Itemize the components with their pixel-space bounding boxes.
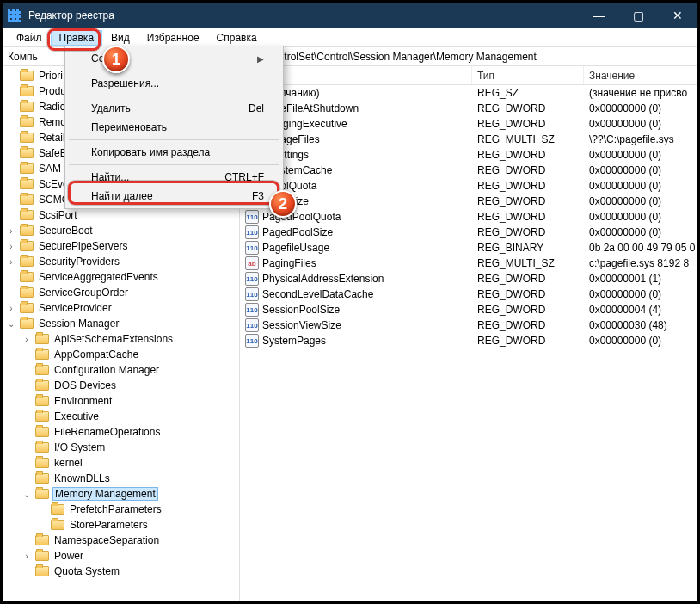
chevron-right-icon[interactable]: ›	[21, 552, 32, 561]
value-name: PagedPoolQuota	[262, 211, 341, 223]
menu-file[interactable]: Файл	[8, 30, 51, 46]
table-row[interactable]: abngPageFilesREG_MULTI_SZ\??\C:\pagefile…	[240, 132, 697, 147]
menu-find[interactable]: Найти...CTRL+F	[67, 168, 281, 187]
tree-item-label: Remo	[37, 116, 68, 128]
tree-item-label: SecurePipeServers	[37, 240, 129, 252]
tree-item[interactable]: Environment	[3, 393, 239, 409]
tree-item-label: FileRenameOperations	[52, 426, 162, 438]
table-row[interactable]: 110dPoolSizeREG_DWORD0x00000000 (0)	[240, 194, 697, 209]
table-row[interactable]: 110PagefileUsageREG_BINARY0b 2a 00 00 49…	[240, 240, 697, 256]
tree-item[interactable]: PrefetchParameters	[3, 502, 239, 517]
path-tail: ntrolSet\Control\Session Manager\Memory …	[279, 51, 537, 63]
tree-item[interactable]: ServiceGroupOrder	[3, 285, 239, 300]
binary-value-icon: 110	[245, 334, 259, 348]
binary-value-icon: 110	[245, 318, 259, 332]
value-name: SystemPages	[262, 335, 326, 347]
tree-item[interactable]: ›SecureBoot	[3, 223, 239, 238]
tree-item[interactable]: ⌄Session Manager	[3, 316, 239, 331]
close-button[interactable]: ✕	[658, 3, 697, 28]
tree-item[interactable]: ServiceAggregatedEvents	[3, 269, 239, 285]
tree-item[interactable]: ›Power	[3, 548, 239, 564]
tree-item[interactable]: StoreParameters	[3, 517, 239, 533]
tree-item[interactable]: ›SecurityProviders	[3, 254, 239, 269]
folder-icon	[20, 163, 34, 174]
tree-item[interactable]: KnownDLLs	[3, 471, 239, 486]
tree-item[interactable]: kernel	[3, 455, 239, 471]
tree-item[interactable]: ›ServiceProvider	[3, 300, 239, 316]
table-row[interactable]: 110reSettingsREG_DWORD0x00000000 (0)	[240, 147, 697, 163]
chevron-right-icon[interactable]: ›	[21, 335, 32, 344]
table-row[interactable]: 110dPoolQuotaREG_DWORD0x00000000 (0)	[240, 178, 697, 194]
edit-menu-dropdown: Создать ▶ Разрешения... УдалитьDel Переи…	[64, 46, 284, 209]
value-type: REG_DWORD	[472, 211, 584, 223]
chevron-down-icon[interactable]: ⌄	[6, 319, 16, 329]
tree-item-label: Produ	[37, 85, 68, 97]
chevron-right-icon[interactable]: ›	[6, 257, 16, 267]
folder-icon	[20, 179, 34, 189]
chevron-right-icon[interactable]: ›	[6, 242, 16, 251]
table-row[interactable]: 110eSystemCacheREG_DWORD0x00000000 (0)	[240, 163, 697, 178]
tree-item[interactable]: Executive	[3, 409, 239, 424]
chevron-down-icon[interactable]: ⌄	[21, 490, 32, 499]
menu-rename[interactable]: Переименовать	[67, 118, 281, 137]
table-row[interactable]: 110PagedPoolSizeREG_DWORD0x00000000 (0)	[240, 225, 697, 240]
chevron-right-icon[interactable]: ›	[6, 226, 16, 236]
table-row[interactable]: abумолчанию)REG_SZ(значение не присво	[240, 85, 697, 101]
value-data: \??\C:\pagefile.sys	[584, 133, 697, 145]
folder-icon	[35, 396, 49, 406]
value-data: 0x00000000 (0)	[584, 118, 697, 130]
table-row[interactable]: abPagingFilesREG_MULTI_SZc:\pagefile.sys…	[240, 256, 697, 271]
tree-item[interactable]: ›SecurePipeServers	[3, 238, 239, 254]
menu-delete[interactable]: УдалитьDel	[67, 99, 281, 118]
value-data: (значение не присво	[584, 87, 697, 99]
binary-value-icon: 110	[245, 241, 259, 255]
col-type[interactable]: Тип	[472, 66, 584, 84]
table-row[interactable]: 110PageFileAtShutdownREG_DWORD0x00000000…	[240, 101, 697, 116]
separator	[69, 139, 279, 140]
table-row[interactable]: 110SecondLevelDataCacheREG_DWORD0x000000…	[240, 287, 697, 302]
menu-permissions[interactable]: Разрешения...	[67, 74, 281, 93]
value-name: PagedPoolSize	[262, 226, 333, 238]
menu-help[interactable]: Справка	[208, 30, 266, 46]
menu-copy-key-name[interactable]: Копировать имя раздела	[67, 143, 281, 162]
value-type: REG_DWORD	[472, 288, 584, 300]
tree-item[interactable]: FileRenameOperations	[3, 424, 239, 440]
table-row[interactable]: 110SystemPagesREG_DWORD0x00000000 (0)	[240, 333, 697, 348]
string-value-icon: ab	[245, 256, 259, 270]
tree-item[interactable]: ›ApiSetSchemaExtensions	[3, 331, 239, 347]
table-row[interactable]: 110SessionPoolSizeREG_DWORD0x00000004 (4…	[240, 302, 697, 317]
maximize-button[interactable]: ▢	[618, 3, 658, 28]
tree-item[interactable]: NamespaceSeparation	[3, 533, 239, 548]
chevron-right-icon: ▶	[257, 54, 264, 64]
menu-view[interactable]: Вид	[102, 30, 138, 46]
tree-item[interactable]: AppCompatCache	[3, 347, 239, 362]
list-body[interactable]: abумолчанию)REG_SZ(значение не присво110…	[240, 85, 697, 601]
tree-item[interactable]: Quota System	[3, 564, 239, 579]
table-row[interactable]: 110PhysicalAddressExtensionREG_DWORD0x00…	[240, 271, 697, 287]
tree-item-label: KnownDLLs	[52, 472, 112, 484]
separator	[69, 96, 279, 96]
value-type: REG_DWORD	[472, 149, 584, 161]
value-type: REG_BINARY	[472, 242, 584, 254]
menu-new[interactable]: Создать ▶	[67, 49, 281, 68]
tree-item-label: Priori	[37, 70, 64, 82]
tree-item[interactable]: I/O System	[3, 440, 239, 455]
minimize-button[interactable]: —	[579, 3, 618, 28]
value-type: REG_MULTI_SZ	[472, 257, 584, 269]
menu-edit[interactable]: Правка	[51, 30, 103, 46]
tree-item[interactable]: ScsiPort	[3, 207, 239, 223]
menu-favorites[interactable]: Избранное	[138, 30, 208, 46]
folder-icon	[20, 318, 34, 329]
table-row[interactable]: 110lePagingExecutiveREG_DWORD0x00000000 …	[240, 116, 697, 132]
menu-find-next[interactable]: Найти далееF3	[67, 187, 281, 206]
tree-item-label: ServiceGroupOrder	[37, 287, 130, 299]
table-row[interactable]: 110PagedPoolQuotaREG_DWORD0x00000000 (0)	[240, 209, 697, 225]
tree-item[interactable]: Configuration Manager	[3, 362, 239, 378]
tree-item[interactable]: ⌄Memory Management	[3, 486, 239, 502]
tree-item[interactable]: DOS Devices	[3, 378, 239, 393]
chevron-right-icon[interactable]: ›	[6, 304, 16, 313]
folder-icon	[20, 256, 34, 267]
table-row[interactable]: 110SessionViewSizeREG_DWORD0x00000030 (4…	[240, 317, 697, 333]
col-value[interactable]: Значение	[584, 66, 697, 84]
value-type: REG_DWORD	[472, 226, 584, 238]
